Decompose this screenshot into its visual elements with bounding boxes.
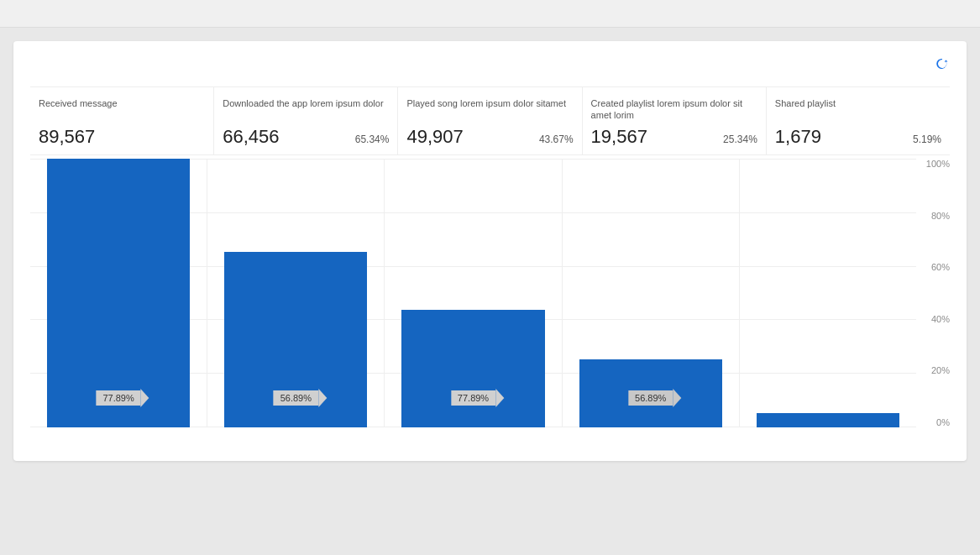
- step-label-0: Received message: [39, 97, 205, 123]
- step-0: Received message 89,567: [30, 87, 214, 154]
- y-label-3: 40%: [916, 314, 950, 324]
- y-axis: 100%80%60%40%20%0%: [916, 159, 950, 444]
- step-pct-3: 25.34%: [723, 134, 757, 145]
- funnel-report-card: Received message 89,567 Downloaded the a…: [13, 41, 967, 461]
- bar-2: [401, 310, 544, 427]
- step-1: Downloaded the app lorem ipsum dolor 66,…: [214, 87, 398, 154]
- recalculate-button[interactable]: [936, 58, 950, 70]
- y-label-0: 100%: [916, 159, 950, 169]
- arrow-label-2: 77.89%: [451, 390, 495, 406]
- recalculate-icon: [936, 58, 948, 70]
- bar-col-3: 56.89%: [563, 159, 740, 427]
- step-4: Shared playlist 1,679 5.19%: [767, 87, 950, 154]
- bar-col-1: 56.89%: [207, 159, 385, 427]
- bar-columns: 77.89%56.89%77.89%56.89%: [30, 159, 916, 427]
- step-count-0: 89,567: [39, 126, 95, 148]
- y-label-4: 20%: [916, 365, 950, 375]
- step-label-3: Created playlist lorem ipsum dolor sit a…: [591, 97, 757, 123]
- arrow-label-0: 77.89%: [96, 390, 140, 406]
- chart-bars: 77.89%56.89%77.89%56.89%: [30, 159, 916, 444]
- step-count-1: 66,456: [223, 126, 279, 148]
- step-label-2: Played song lorem ipsum dolor sitamet: [406, 97, 573, 123]
- step-pct-1: 65.34%: [355, 134, 390, 145]
- steps-row: Received message 89,567 Downloaded the a…: [30, 86, 950, 155]
- step-count-2: 49,907: [406, 126, 463, 148]
- chart-area: 77.89%56.89%77.89%56.89% 100%80%60%40%20…: [30, 159, 950, 444]
- last-generated: [933, 58, 950, 70]
- y-label-5: 0%: [916, 417, 950, 427]
- step-count-4: 1,679: [775, 126, 821, 148]
- bar-col-2: 77.89%: [385, 159, 562, 427]
- card-header: [30, 58, 950, 70]
- arrow-label-1: 56.89%: [274, 390, 318, 406]
- step-2: Played song lorem ipsum dolor sitamet 49…: [398, 87, 582, 154]
- bar-4: [757, 413, 899, 427]
- step-pct-2: 43.67%: [539, 134, 574, 145]
- arrow-label-3: 56.89%: [628, 390, 673, 406]
- step-label-1: Downloaded the app lorem ipsum dolor: [223, 97, 389, 123]
- step-count-3: 19,567: [591, 126, 647, 148]
- step-pct-4: 5.19%: [913, 134, 941, 145]
- y-label-2: 60%: [916, 262, 950, 272]
- y-label-1: 80%: [916, 211, 950, 221]
- bar-col-0: 77.89%: [30, 159, 207, 427]
- bar-0: [47, 159, 190, 427]
- step-label-4: Shared playlist: [775, 97, 941, 123]
- page-header: [0, 0, 980, 28]
- step-3: Created playlist lorem ipsum dolor sit a…: [583, 87, 767, 154]
- bar-col-4: [740, 159, 916, 427]
